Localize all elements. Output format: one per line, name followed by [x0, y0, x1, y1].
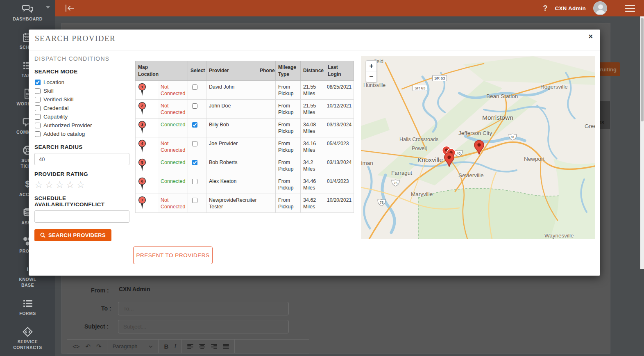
svg-text:40: 40 [457, 151, 461, 155]
align-justify-icon[interactable] [223, 344, 229, 349]
sidebar-item-label: FORMS [19, 310, 36, 316]
map-marker[interactable] [474, 140, 485, 157]
route-shield: SR 63 [432, 75, 447, 81]
map-marker[interactable] [444, 152, 455, 169]
select-provider-checkbox[interactable] [192, 122, 197, 128]
search-mode-option-skill[interactable]: Skill [34, 87, 129, 95]
select-provider-checkbox[interactable] [192, 141, 197, 146]
column-header-phone: Phone [257, 61, 276, 81]
mode-checkbox[interactable] [35, 105, 41, 111]
mode-checkbox[interactable] [35, 88, 41, 94]
mode-checkbox[interactable] [35, 97, 41, 103]
map-label: Jefferson City [458, 130, 492, 136]
search-mode-option-verified-skill[interactable]: Verified Skill [34, 95, 129, 104]
select-provider-checkbox[interactable] [192, 198, 197, 203]
to-input[interactable] [118, 302, 289, 315]
mileage-type-cell: From Pickup [276, 156, 301, 175]
redo-icon[interactable]: ↷ [96, 343, 102, 349]
search-radius-input[interactable] [34, 153, 129, 165]
avatar[interactable] [593, 1, 607, 15]
scrollbar-track[interactable] [640, 16, 644, 269]
title-divider [29, 50, 600, 50]
zoom-in-button[interactable]: + [366, 61, 376, 71]
select-provider-checkbox[interactable] [192, 160, 197, 165]
align-right-icon[interactable] [211, 344, 217, 349]
top-header: ? CXN Admin [55, 0, 644, 16]
sidebar-item-label: BASE [21, 282, 34, 288]
from-value: CXN Admin [119, 286, 150, 292]
from-label: From : [91, 287, 109, 294]
provider-cell: Billy Bob [206, 119, 257, 137]
svg-text:4: 4 [141, 141, 143, 146]
close-icon[interactable]: × [588, 32, 593, 41]
map-location-cell: 4 [136, 137, 158, 156]
menu-icon[interactable] [625, 5, 635, 12]
svg-text:1: 1 [141, 85, 143, 89]
select-provider-checkbox[interactable] [192, 103, 197, 109]
provider-cell: David John [206, 81, 257, 100]
star-icon[interactable]: ☆ [34, 179, 45, 190]
map-label: Newport [524, 156, 544, 162]
table-row: 1Not ConnectedDavid JohnFrom Pickup21.55… [136, 81, 354, 100]
mileage-type-cell: From Pickup [276, 100, 301, 119]
star-icon[interactable]: ☆ [77, 179, 87, 190]
search-mode-option-location[interactable]: Location [34, 78, 129, 87]
map[interactable]: fieldHuntsvilleRogersvilleBean StationMo… [361, 56, 595, 239]
align-center-icon[interactable] [199, 344, 205, 349]
search-mode-option-added-to-catalog[interactable]: Added to catalog [34, 130, 129, 138]
select-cell [188, 100, 206, 119]
distance-cell: 21.55 Miles [301, 100, 325, 119]
schedule-availability-input[interactable] [34, 210, 129, 223]
select-cell [188, 156, 206, 175]
select-provider-checkbox[interactable] [192, 179, 197, 184]
present-to-providers-button[interactable]: PRESENT TO PROVIDERS [133, 246, 213, 264]
align-left-icon[interactable] [187, 344, 193, 349]
search-mode-option-authorized-provider[interactable]: Authorized Provider [34, 121, 129, 130]
help-icon[interactable]: ? [543, 4, 547, 13]
mode-checkbox[interactable] [35, 80, 41, 85]
column-header-select: Select [188, 61, 206, 81]
provider-cell: Alex Keaton [206, 175, 257, 194]
select-provider-checkbox[interactable] [192, 84, 197, 90]
connection-status: Connected [161, 122, 185, 128]
connection-status: Not Connected [161, 141, 185, 153]
star-icon[interactable]: ☆ [55, 179, 66, 190]
subject-label: Subject : [84, 323, 109, 330]
mode-checkbox[interactable] [35, 131, 41, 137]
scrollbar-thumb[interactable] [641, 18, 644, 121]
rating-stars[interactable]: ☆☆☆☆☆ [34, 179, 129, 190]
sidebar-item-service-contracts[interactable]: SERVICECONTRACTS [0, 326, 55, 350]
interstate-shield: 75 [391, 179, 400, 188]
italic-button[interactable]: I [174, 343, 176, 350]
mode-checkbox[interactable] [35, 114, 41, 120]
sidebar-item-forms[interactable]: FORMS [0, 298, 55, 316]
search-providers-button[interactable]: SEARCH PROVIDERS [34, 229, 111, 241]
provider-cell: John Doe [206, 100, 257, 119]
subject-input[interactable] [118, 320, 289, 333]
column-header-distance: Distance [301, 61, 325, 81]
schedule-availability-label: SCHEDULE AVAILABILITY/CONFLICT [34, 195, 129, 208]
bold-button[interactable]: B [164, 343, 168, 350]
select-cell [188, 81, 206, 100]
column-header-status [158, 61, 188, 81]
search-mode-option-credential[interactable]: Credential [34, 104, 129, 112]
star-icon[interactable]: ☆ [45, 179, 56, 190]
search-mode-option-capability[interactable]: Capability [34, 112, 129, 121]
paragraph-dropdown[interactable]: Paragraph [113, 343, 153, 349]
select-cell [188, 175, 206, 194]
undo-icon[interactable]: ↶ [86, 343, 91, 349]
sidebar-chevron-down-icon[interactable] [46, 6, 50, 9]
code-icon[interactable]: <> [73, 343, 80, 349]
mode-checkbox[interactable] [35, 123, 41, 128]
phone-cell [257, 194, 276, 213]
zoom-out-button[interactable]: − [366, 71, 376, 82]
phone-cell [257, 81, 276, 100]
map-location-cell: 1 [136, 81, 158, 100]
dispatch-conditions-panel: DISPATCH CONDITIONS SEARCH MODE Location… [34, 55, 129, 241]
sidebar-collapse-icon[interactable] [64, 4, 75, 14]
map-location-cell: 3 [136, 119, 158, 137]
provider-cell: Joe Provider [206, 137, 257, 156]
star-icon[interactable]: ☆ [66, 179, 77, 190]
search-provider-modal: SEARCH PROVIDER × DISPATCH CONDITIONS SE… [29, 30, 600, 276]
table-row: 4Not ConnectedJoe ProviderFrom Pickup34.… [136, 137, 354, 156]
